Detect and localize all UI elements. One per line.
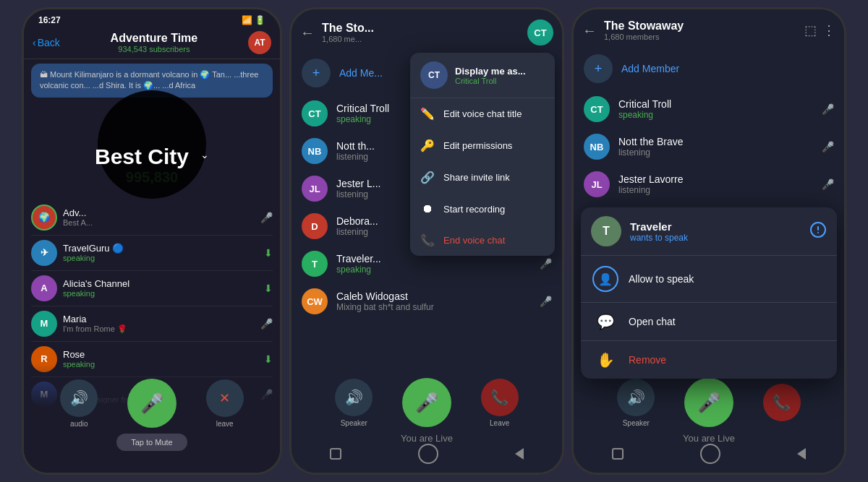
speaker-label: Speaker [341, 419, 367, 427]
participant-status: listening [618, 185, 813, 195]
leave-label: leave [216, 420, 234, 428]
menu-item-edit-permissions[interactable]: 🔑 Edit permissions [410, 130, 555, 162]
menu-item-start-recording[interactable]: ⏺ Start recording [410, 194, 555, 225]
mic-button[interactable]: 🎤 [684, 378, 733, 427]
participant-info: TravelGuru 🔵 speaking [63, 243, 258, 262]
back-chevron: ‹ [33, 37, 36, 48]
audio-button[interactable]: 🔊 audio [60, 379, 98, 428]
dropdown-title-area: Display me as... Critical Troll [455, 66, 526, 85]
mic-icon: ⬇ [264, 283, 273, 294]
participant-name: TravelGuru 🔵 [63, 243, 258, 254]
remove-button[interactable]: ✋ Remove [581, 341, 837, 379]
controls-row: 🔊 Speaker 🎤 📞 Leave [292, 378, 562, 427]
time: 16:27 [38, 15, 61, 25]
leave-icon: 📞 [481, 379, 519, 416]
mic-icon: 🎤 [684, 378, 733, 427]
speaker-icon: 🔊 [617, 379, 655, 416]
p1-header: ‹ Back Adventure Time 934,543 subscriber… [24, 28, 280, 59]
popup-icon [809, 221, 827, 242]
speaker-button[interactable]: 🔊 Speaker [335, 379, 373, 427]
participant-info: Critical Troll speaking [618, 98, 813, 120]
speaker-icon: 🔊 [335, 379, 373, 416]
mic-icon: ⬇ [264, 353, 273, 365]
back-button[interactable]: ← [582, 22, 597, 39]
avatar: D [302, 213, 328, 239]
menu-item-share-link[interactable]: 🔗 Share invite link [410, 162, 555, 194]
leave-button[interactable]: 📞 Leave [481, 379, 519, 427]
mic-icon: ⬇ [264, 247, 273, 259]
video-icon[interactable]: ⬚ [804, 22, 817, 38]
menu-item-edit-title[interactable]: ✏️ Edit voice chat title [410, 98, 555, 130]
subscriber-count: 934,543 subscribers [60, 45, 248, 53]
record-icon: ⏺ [420, 202, 435, 215]
open-chat-button[interactable]: 💬 Open chat [581, 303, 837, 341]
menu-item-end-voice[interactable]: 📞 End voice chat [410, 225, 555, 256]
leave-button[interactable]: ✕ leave [206, 379, 244, 428]
list-item: ✈ TravelGuru 🔵 speaking ⬇ [31, 236, 273, 271]
back-button[interactable]: ← [300, 25, 315, 41]
avatar: JL [584, 171, 610, 197]
channel-title-area: Adventure Time 934,543 subscribers [60, 32, 248, 53]
participant-status: speaking [63, 254, 258, 262]
open-chat-label: Open chat [629, 316, 676, 327]
nav-back [515, 448, 524, 460]
nav-bar [292, 441, 562, 467]
member-count: 1,680 me... [322, 35, 520, 43]
tap-to-mute[interactable]: Tap to Mute [116, 434, 187, 451]
speaker-label: Speaker [623, 419, 650, 427]
dropdown-avatar: CT [420, 61, 448, 89]
channel-avatar[interactable]: AT [248, 31, 271, 54]
status-bar: 16:27 📶 🔋 [24, 9, 280, 28]
bottom-controls: 🔊 audio 🎤 ✕ leave Tap to Mute [24, 364, 280, 473]
allow-to-speak-button[interactable]: 👤 Allow to speak [581, 256, 837, 303]
avatar: CW [302, 288, 328, 314]
channel-name: Adventure Time [60, 32, 248, 45]
svg-text:CT: CT [308, 108, 320, 119]
leave-icon: ✕ [206, 379, 244, 417]
message-text: 🏔 Mount Kilimanjaro is a dormant volcano… [40, 70, 258, 90]
mic-button[interactable]: 🎤 [127, 379, 176, 428]
participant-status: Best A... [63, 218, 255, 227]
more-icon[interactable]: ⋮ [822, 22, 835, 38]
mic-button[interactable]: 🎤 [402, 378, 451, 427]
menu-label: Edit permissions [443, 140, 512, 151]
avatar: JL [302, 176, 328, 202]
nav-square [612, 448, 624, 460]
phone-1: 16:27 📶 🔋 ‹ Back Adventure Time 934,543 … [22, 7, 282, 475]
member-count: 1,680 members [604, 33, 797, 41]
allow-icon: 👤 [592, 266, 618, 292]
participant-status: speaking [336, 264, 531, 275]
mic-icon: 🎤 [540, 296, 552, 307]
nav-circle [418, 444, 438, 464]
participant-info: Jester Lavorre listening [618, 173, 813, 195]
avatar: CT [584, 96, 610, 122]
speaker-button[interactable]: 🔊 Speaker [617, 379, 655, 427]
mic-icon: 🎤 [822, 141, 834, 152]
mic-icon: 🎤 [260, 318, 273, 330]
participant-status: speaking [63, 289, 258, 298]
remove-label: Remove [629, 354, 666, 366]
screenshots-container: 16:27 📶 🔋 ‹ Back Adventure Time 934,543 … [0, 0, 868, 482]
add-member-button[interactable]: + Add Member [574, 47, 844, 90]
popup-header: T Traveler wants to speak [581, 207, 837, 256]
menu-label: Start recording [443, 204, 505, 215]
participant-info: Alicia's Channel speaking [63, 278, 258, 298]
avatar: A [31, 275, 57, 301]
mic-icon: 🎤 [822, 103, 834, 115]
avatar: M [31, 311, 57, 337]
edit-icon: ✏️ [420, 107, 435, 121]
audio-icon: 🔊 [60, 379, 98, 417]
menu-label: End voice chat [443, 235, 505, 246]
list-item: A Alicia's Channel speaking ⬇ [31, 271, 273, 306]
p3-header: ← The Stowaway 1,680 members ⬚ ⋮ [574, 9, 844, 47]
mic-icon: 🎤 [540, 258, 552, 270]
back-button[interactable]: ‹ Back [33, 37, 60, 48]
participant-info: Caleb Widogast Mixing bat sh*t and sulfu… [336, 291, 531, 312]
nav-back [797, 448, 806, 460]
leave-button[interactable]: 📞 [763, 384, 801, 421]
popup-name: Traveler [630, 220, 688, 233]
channel-avatar: CT [527, 20, 553, 46]
channel-name: The Sto... [322, 22, 520, 35]
mic-icon: 🎤 [260, 212, 273, 223]
chevron-icon[interactable]: ⌄ [200, 149, 209, 160]
